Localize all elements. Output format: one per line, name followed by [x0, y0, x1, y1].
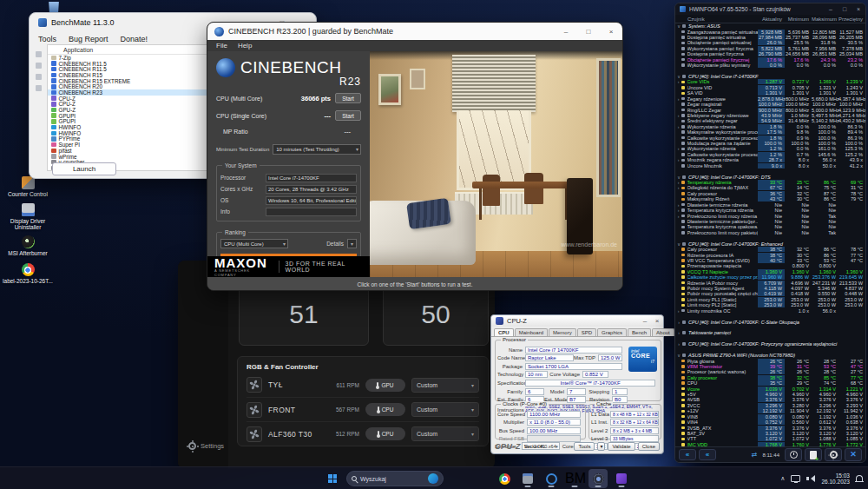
taskbar-app[interactable] [495, 469, 514, 488]
taskbar-clock[interactable]: 15:03 26.10.2023 [821, 472, 850, 486]
expand-icon[interactable]: › [675, 208, 681, 213]
taskbar-app[interactable] [589, 469, 608, 488]
hwinfo-sensor-row[interactable]: Całkowite zużycie mocy przez pr...11.960… [675, 274, 865, 280]
settings-button[interactable]: Settings [188, 442, 224, 450]
close-button[interactable] [651, 317, 663, 325]
hwinfo-sensor-row[interactable]: VR VCC Temperatura (SVID)40 °C33 °C53 °C… [675, 258, 865, 263]
hwinfo-sensor-row[interactable]: Obciążenie pamięci fizycznej17.6 %17.6 %… [675, 57, 865, 63]
cpuz-tab[interactable]: SPD [577, 328, 596, 336]
hwinfo-sensor-row[interactable]: 3VSB_ATX3.376 V3.376 V3.376 V3.376 V [675, 425, 865, 430]
hwinfo-sensor-row[interactable]: Całkowite wykorzystanie procesora1.8 %0.… [675, 135, 865, 140]
hwinfo-sensor-row[interactable]: VTT1.072 V1.072 V1.088 V1.085 V [675, 436, 865, 441]
hwinfo-sensor-row[interactable]: Uncore VID0.713 V0.705 V1.321 V1.243 V [675, 85, 865, 90]
menu-help[interactable]: Help [238, 42, 252, 50]
hwinfo-sensor-row[interactable]: Cały procesor38 °C32 °C86 °C78 °C [675, 247, 865, 252]
cpuz-tab[interactable]: Graphics [597, 328, 627, 336]
hwinfo-sensor-row[interactable]: +5V4.960 V4.960 V4.960 V4.960 V [675, 392, 865, 397]
fan-source-button[interactable]: CPU [365, 427, 405, 440]
cpuz-tab[interactable]: Mainboard [515, 328, 548, 336]
hwinfo-sensor-row[interactable]: Płyta główna26 °C26 °C28 °C27 °C [675, 358, 865, 363]
hwinfo-sensor-row[interactable]: Uncore Mnożnik9.0 x8.0 x50.0 x41.2 x [675, 163, 865, 169]
details-dropdown[interactable] [347, 239, 357, 248]
desktop-icon-msi-afterburner[interactable]: MSI Afterburner [2, 235, 54, 256]
chevron-right-icon[interactable]: › [675, 330, 682, 335]
taskbar-app[interactable] [518, 469, 537, 488]
hwinfo-sensor-row[interactable]: Zegar magistrali100.0 MHz100.0 MHz100.0 … [675, 102, 865, 107]
collapse-all-button[interactable]: « [679, 449, 696, 460]
notifications-icon[interactable] [856, 475, 863, 482]
hwinfo-sensor-row[interactable]: ›Dławienie termiczne rdzeniaNieNieNie [675, 202, 865, 208]
expand-icon[interactable]: › [675, 157, 681, 162]
chevron-right-icon[interactable]: › [675, 320, 682, 325]
hwinfo-sensor-row[interactable]: Obciążenie pamięci wirtualnej26.0 %25.5 … [675, 40, 865, 45]
cpuz-tab[interactable]: CPU [494, 328, 514, 336]
sync-icon[interactable]: ⇄ [752, 451, 758, 459]
expand-icon[interactable]: › [675, 180, 681, 185]
hwinfo-sensor-row[interactable]: ›Core VIDs1.287 V0.727 V1.369 V1.239 V [675, 79, 865, 84]
cpuz-tab[interactable]: Memory [549, 328, 576, 336]
hwinfo-sensor-row[interactable]: Pobór mocy System Agent4.118 W4.097 W5.3… [675, 286, 865, 291]
hwinfo-titlebar[interactable]: HWiNFO64 v7.65-5250 - Stan czujników [675, 3, 865, 15]
expand-icon[interactable]: › [675, 308, 681, 314]
cinebench-titlebar[interactable]: CINEBENCH R23.200 | guarded by BenchMate [207, 23, 622, 40]
hwinfo-sensor-row[interactable]: Cały procesor38 °C32 °C85 °C77 °C [675, 375, 865, 380]
validate-button[interactable]: Validate [608, 442, 635, 451]
taskbar-app[interactable]: BM [565, 469, 584, 488]
hwinfo-sensor-row[interactable]: Całkowite wykorzystanie procesora1.2 %0.… [675, 152, 865, 157]
expand-icon[interactable]: › [675, 146, 681, 151]
toolbar-icon[interactable] [36, 63, 42, 69]
hwinfo-sensor-row[interactable]: Maksymalne wykorzystanie procesora17.5 %… [675, 129, 865, 135]
taskbar-app[interactable] [542, 469, 561, 488]
taskbar-search[interactable]: Wyszukaj [346, 471, 444, 486]
maximize-button[interactable] [577, 28, 600, 36]
hwinfo-sensor-row[interactable]: Rdzenie IA Pobór mocy6.709 W4.696 W247.2… [675, 280, 865, 285]
desktop-icon-ddu[interactable]: Display Driver Uninstaller [2, 203, 54, 230]
desktop-icon-counter-control[interactable]: Counter Control [2, 176, 54, 197]
start-multi-core-button[interactable]: Start [335, 93, 361, 103]
close-button[interactable] [852, 6, 865, 12]
minimize-button[interactable] [639, 317, 651, 325]
hwinfo-sensor-row[interactable]: ›Temperatura krytyczna rdzeniaNieNieNie [675, 208, 865, 213]
hwinfo-sensor-row[interactable]: ›Zegary rdzeniowe2,878.0 MHz800.0 MHz5,6… [675, 96, 865, 101]
hwinfo-sensor-row[interactable]: Modulacja zegara na żądanie100.0 %100.0 … [675, 141, 865, 146]
taskbar-app[interactable] [612, 469, 631, 488]
menu-tools[interactable]: Tools [38, 35, 56, 43]
cpuz-titlebar[interactable]: CPU-Z [491, 315, 663, 327]
hwinfo-sensor-row[interactable]: ›Wykorzystanie rdzenia1.2 %0.0 %161.0 %1… [675, 146, 865, 151]
hwinfo-sensor-row[interactable]: +12V12.192 V11.904 V12.192 V11.942 V [675, 408, 865, 413]
expand-icon[interactable]: › [675, 214, 681, 219]
hwinfo-sensor-row[interactable]: ›Temperatury rdzenia33 °C25 °C86 °C69 °C [675, 180, 865, 185]
hwinfo-sensor-row[interactable]: Limit mocy PL2 [Static]253.0 W253.0 W253… [675, 302, 865, 307]
ranking-filter-dropdown[interactable]: CPU (Multi Core) [220, 239, 288, 248]
tools-dropdown-button[interactable]: ▾ [597, 442, 605, 451]
fan-source-button[interactable]: CPU [365, 403, 405, 416]
chevron-down-icon[interactable]: ∨ [675, 353, 682, 358]
cpuz-tab[interactable]: Bench [628, 328, 651, 336]
fan-mode-dropdown[interactable]: Custom [411, 402, 479, 417]
clock-button[interactable] [785, 448, 802, 461]
maximize-button[interactable] [838, 6, 852, 12]
hwinfo-sensor-row[interactable]: Wykorzystana pamięć fizyczna5,822 MB5,76… [675, 46, 865, 51]
hwinfo-sensor-row[interactable]: SA VID1.301 V1.301 V1.301 V1.301 V [675, 90, 865, 96]
start-button[interactable] [323, 469, 342, 488]
expand-icon[interactable]: › [675, 202, 681, 208]
menu-bug-report[interactable]: Bug Report [69, 35, 108, 43]
hwinfo-sensor-row[interactable]: VIN80.080 V0.080 V1.192 V1.036 V [675, 414, 865, 420]
report-button[interactable] [805, 448, 822, 461]
toolbar-icon[interactable] [36, 51, 42, 57]
hwinfo-sensor-row[interactable]: VCCQ T3 Napięcie1.360 V1.360 V1.360 V1.3… [675, 269, 865, 274]
expand-icon[interactable]: › [675, 79, 681, 84]
hwinfo-sensor-row[interactable]: ›Przekroczono limit mocy rdzeniaNieNieTa… [675, 213, 865, 218]
hwinfo-sensor-row[interactable]: Przekroczono limit mocy pakietu(...NieNi… [675, 230, 865, 235]
toolbar-icon[interactable] [36, 85, 42, 91]
settings-button[interactable] [825, 448, 842, 461]
display-tray-icon[interactable] [791, 475, 800, 482]
benchmate-app-row[interactable]: Super PI [48, 142, 221, 148]
hwinfo-sensor-row[interactable]: Cały procesor36 °C32 °C87 °C78 °C [675, 191, 865, 196]
hwinfo-sensor-row[interactable]: Dostępna pamięć fizyczna26,790 MB24,656 … [675, 51, 865, 56]
expand-icon[interactable]: › [675, 113, 681, 118]
taskbar-app[interactable] [471, 469, 490, 488]
hwinfo-sensor-row[interactable]: Limit mocy PL1 [Static]253.0 W253.0 W253… [675, 297, 865, 302]
expand-icon[interactable]: › [675, 185, 681, 190]
hwinfo-sensor-row[interactable]: Vcore1.039 V0.702 V1.314 V1.221 V [675, 386, 865, 391]
